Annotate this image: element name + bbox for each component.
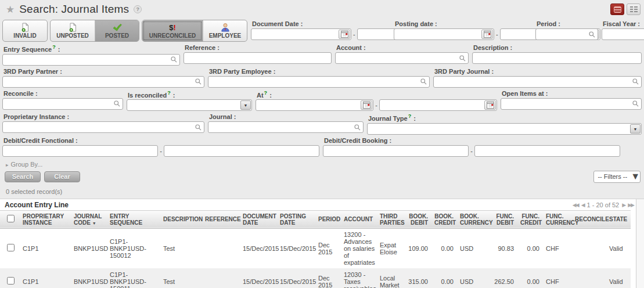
table-title: Account Entry Line xyxy=(5,201,69,209)
calendar-icon[interactable] xyxy=(484,100,496,110)
period-input[interactable] xyxy=(536,30,588,39)
filter-unposted-button[interactable]: UNPOSTED xyxy=(51,20,95,41)
col-third-parties[interactable]: THIRD PARTIES xyxy=(378,210,405,228)
journal-type-select[interactable]: ▼ xyxy=(367,123,642,135)
dc-fonctional-from-input[interactable] xyxy=(3,146,157,156)
journal-input[interactable] xyxy=(208,123,354,132)
open-items-at-input[interactable] xyxy=(501,99,632,109)
search-icon xyxy=(170,56,178,63)
account-input[interactable] xyxy=(336,53,459,63)
chevron-down-icon[interactable]: ▼ xyxy=(631,171,640,182)
fiscal-year-field: Fiscal Year : xyxy=(602,20,644,40)
is-reconciled-select[interactable]: ▼ xyxy=(127,99,252,111)
party-employee-input[interactable] xyxy=(208,77,420,87)
top-bar: ★ Search: Journal Items ? xyxy=(0,0,644,19)
next-page-icon[interactable]: ▶ xyxy=(622,202,625,208)
help-icon[interactable]: ? xyxy=(264,90,268,96)
row-checkbox[interactable] xyxy=(7,277,15,285)
fiscal-year-input[interactable] xyxy=(602,30,644,39)
col-func-currency[interactable]: FUNC. CURRENCY xyxy=(544,210,573,228)
dc-fonctional-field: Debit/Credit Fonctional : - xyxy=(2,136,319,157)
filter-posted-button[interactable]: POSTED xyxy=(95,20,139,41)
col-func-credit[interactable]: FUNC. CREDIT xyxy=(519,210,544,228)
help-icon[interactable]: ? xyxy=(167,90,171,96)
proprietary-instance-field: Proprietary Instance : xyxy=(2,113,204,133)
split-view-button[interactable] xyxy=(627,3,641,15)
col-book-currency[interactable]: BOOK. CURRENCY xyxy=(458,210,488,228)
filter-employee-button[interactable]: EMPLOYEE xyxy=(203,20,247,41)
pagination-label: 1 - 20 of 52 xyxy=(587,201,620,208)
calendar-icon[interactable] xyxy=(339,30,350,39)
dc-booking-field: Debit/Credit Booking : - xyxy=(323,136,620,157)
col-document-date[interactable]: DOCUMENT DATE xyxy=(241,210,278,228)
dc-booking-to-input[interactable] xyxy=(475,146,620,156)
title-help-icon[interactable]: ? xyxy=(134,5,142,13)
description-input[interactable] xyxy=(473,53,641,63)
journal-type-field: Journal Type? : ▼ xyxy=(367,113,642,135)
filter-unreconciled-button[interactable]: $! UNRECONCILED xyxy=(142,20,203,41)
dc-fonctional-to-input[interactable] xyxy=(164,146,319,156)
col-reference[interactable]: REFERENCE xyxy=(203,210,241,228)
filters-dropdown[interactable]: -- Filters -- ▼ xyxy=(593,171,641,183)
sort-desc-icon: ▼ xyxy=(92,221,96,225)
reconcile-input[interactable] xyxy=(3,99,113,109)
filter-invalid-button[interactable]: INVALID xyxy=(3,20,47,41)
col-book-credit[interactable]: BOOK. CREDIT xyxy=(433,210,458,228)
table-row[interactable]: C1P1 BNKP1USD C1P1-BNKP1USD-150011 Test … xyxy=(0,268,631,288)
entry-sequence-input[interactable] xyxy=(3,55,170,64)
col-book-debit[interactable]: BOOK. DEBIT xyxy=(405,210,433,228)
chevron-down-icon[interactable]: ▼ xyxy=(240,100,251,110)
calendar-icon[interactable] xyxy=(481,30,493,39)
document-icon xyxy=(69,23,77,32)
at-from xyxy=(256,99,373,111)
select-all-checkbox[interactable] xyxy=(7,215,15,222)
list-view-button[interactable] xyxy=(610,3,624,15)
is-reconciled-field: Is reconciled? : ▼ xyxy=(127,89,252,111)
group-by-expander[interactable]: ▸Group By... xyxy=(2,159,642,170)
row-checkbox[interactable] xyxy=(7,244,15,251)
is-reconciled-value[interactable] xyxy=(127,100,240,110)
table-row[interactable]: C1P1 BNKP1USD C1P1-BNKP1USD-150012 Test … xyxy=(0,228,631,268)
col-period[interactable]: PERIOD xyxy=(316,210,342,228)
col-state[interactable]: STATE xyxy=(607,210,631,228)
vertical-scrollbar[interactable] xyxy=(636,199,644,288)
split-view-icon xyxy=(630,6,638,13)
reference-field: Reference : xyxy=(184,44,332,64)
search-icon xyxy=(195,78,202,85)
party-partner-input[interactable] xyxy=(3,77,195,87)
expander-arrow-icon: ▸ xyxy=(6,162,9,168)
search-icon xyxy=(632,100,639,107)
document-date-from-input[interactable] xyxy=(251,30,339,39)
party-journal-input[interactable] xyxy=(434,77,632,87)
chevron-down-icon[interactable]: ▼ xyxy=(630,124,641,134)
party-employee-field: 3RD Party Employee : xyxy=(208,67,430,88)
col-description[interactable]: DESCRIPTION xyxy=(161,210,203,228)
dc-booking-from-input[interactable] xyxy=(323,146,468,156)
help-icon[interactable]: ? xyxy=(52,44,56,50)
last-page-icon[interactable]: ▶▶ xyxy=(628,202,634,208)
prev-page-icon[interactable]: ◀ xyxy=(581,202,584,208)
col-posting-date[interactable]: POSTING DATE xyxy=(278,210,316,228)
col-journal-code[interactable]: JOURNAL CODE ▼ xyxy=(72,210,108,228)
help-icon[interactable]: ? xyxy=(408,113,412,119)
reference-input[interactable] xyxy=(184,53,331,63)
journal-type-value[interactable] xyxy=(368,124,630,134)
clear-button[interactable]: Clear xyxy=(44,171,80,182)
table-header-row: PROPRIETARY INSTANCE JOURNAL CODE ▼ ENTR… xyxy=(0,210,631,228)
col-entry-sequence[interactable]: ENTRY SEQUENCE xyxy=(108,210,161,228)
account-field: Account : xyxy=(335,44,469,64)
journal-items-search-page: ★ Search: Journal Items ? INVALID UNPOST… xyxy=(0,0,644,288)
list-view-icon xyxy=(614,6,621,13)
posting-date-from-input[interactable] xyxy=(394,30,481,39)
calendar-icon[interactable] xyxy=(361,100,372,110)
search-icon xyxy=(632,78,639,85)
at-to-input[interactable] xyxy=(380,100,484,110)
first-page-icon[interactable]: ◀◀ xyxy=(573,202,578,208)
col-account[interactable]: ACCOUNT xyxy=(342,210,378,228)
at-from-input[interactable] xyxy=(256,100,361,110)
party-journal-field: 3RD Party Journal : xyxy=(433,67,642,88)
favorite-star-icon[interactable]: ★ xyxy=(6,3,15,16)
search-button[interactable]: Search xyxy=(5,171,41,182)
proprietary-instance-input[interactable] xyxy=(3,123,195,132)
col-proprietary-instance[interactable]: PROPRIETARY INSTANCE xyxy=(21,210,72,228)
